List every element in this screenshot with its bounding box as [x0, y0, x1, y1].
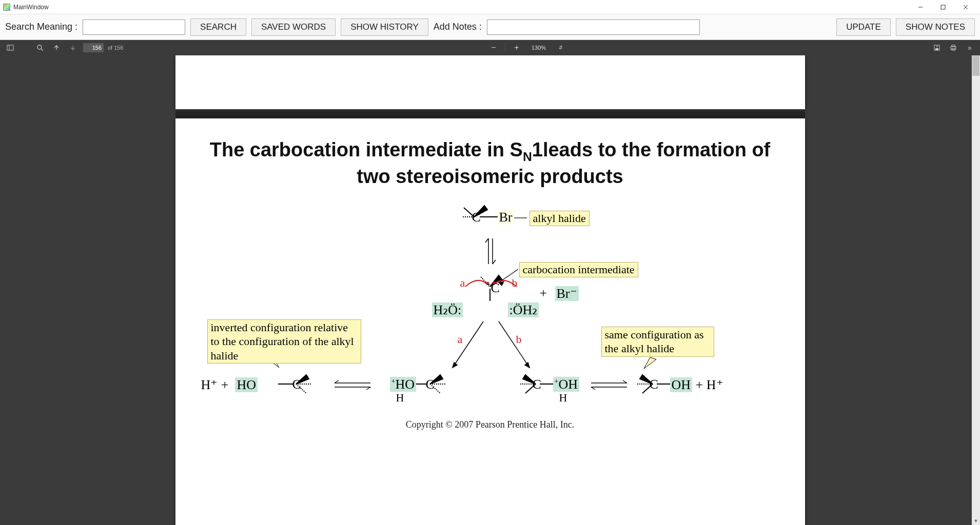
svg-rect-4 — [7, 45, 13, 50]
zoom-in-icon[interactable]: + — [511, 42, 523, 54]
show-notes-button[interactable]: SHOW NOTES — [896, 18, 975, 36]
save-icon[interactable] — [931, 42, 943, 54]
vertical-scrollbar[interactable]: ▲ ▼ — [972, 55, 980, 525]
chem-bromine: Br — [498, 210, 514, 225]
label-carbocation: carbocation intermediate — [519, 262, 638, 277]
slide-title: The carbocation intermediate in SN1leads… — [191, 138, 790, 189]
search-label: Search Meaning : — [5, 22, 77, 32]
previous-page-sliver — [175, 55, 805, 109]
path-b-lower: b — [516, 333, 522, 346]
svg-line-20 — [453, 321, 483, 368]
svg-rect-1 — [941, 5, 945, 9]
chem-h-right1: H — [559, 391, 567, 405]
minimize-button[interactable] — [909, 0, 932, 14]
chem-c-left2: C — [426, 377, 435, 392]
chem-bromide-ion: Br⁻ — [555, 286, 579, 301]
path-b-upper: b — [512, 276, 518, 290]
svg-rect-11 — [952, 45, 955, 47]
chem-product-right1: +OH — [553, 377, 579, 392]
app-toolbar: Search Meaning : SEARCH SAVED WORDS SHOW… — [0, 14, 980, 40]
chem-plus-sign: + — [540, 286, 547, 301]
zoom-dropdown-icon[interactable]: ⇵ — [555, 42, 567, 54]
zoom-controls: − + 130% ⇵ — [487, 42, 567, 54]
sidebar-toggle-icon[interactable] — [4, 42, 16, 54]
scroll-thumb[interactable] — [972, 55, 979, 76]
chem-c-right2: C — [650, 377, 658, 392]
chem-product-left2: +HO — [390, 377, 416, 392]
svg-rect-9 — [935, 48, 938, 50]
update-button[interactable]: UPDATE — [836, 18, 891, 36]
notes-input[interactable] — [487, 19, 700, 35]
chem-product-left1: H⁺ + HO — [201, 377, 258, 393]
saved-words-button[interactable]: SAVED WORDS — [251, 18, 336, 36]
chem-carbon-top: C — [472, 210, 481, 225]
label-inverted-config: inverted configuration relative to the c… — [207, 319, 361, 364]
show-history-button[interactable]: SHOW HISTORY — [341, 18, 428, 36]
chem-h2o-left: H₂Ö: — [432, 302, 463, 318]
reaction-diagram: C Br alkyl halide +C + Br⁻ carbocation i… — [191, 198, 790, 486]
maximize-button[interactable] — [932, 0, 954, 14]
app-icon — [3, 4, 10, 11]
print-icon[interactable] — [947, 42, 959, 54]
zoom-out-icon[interactable]: − — [487, 42, 500, 54]
chem-h2o-right: :ÖH₂ — [508, 302, 539, 318]
window-titlebar: MainWindow — [0, 0, 980, 14]
label-alkyl-halide: alkyl halide — [530, 211, 590, 226]
pdf-viewer: The carbocation intermediate in SN1leads… — [0, 55, 980, 525]
label-same-config: same configuration as the alkyl halide — [601, 327, 714, 357]
search-button[interactable]: SEARCH — [190, 18, 246, 36]
chem-product-right2: OH + H⁺ — [670, 377, 723, 393]
path-a-upper: a — [460, 276, 465, 290]
pdf-page: The carbocation intermediate in SN1leads… — [175, 118, 805, 525]
page-number-input[interactable] — [83, 43, 104, 52]
copyright-text: Copyright © 2007 Pearson Prentice Hall, … — [191, 419, 790, 430]
window-title: MainWindow — [13, 4, 49, 11]
prev-page-icon[interactable] — [50, 42, 63, 54]
svg-line-7 — [41, 49, 43, 51]
chem-c-left1: C — [292, 377, 301, 392]
chem-carbocation: +C — [486, 280, 500, 296]
search-input[interactable] — [83, 19, 185, 35]
page-total-label: of 156 — [108, 45, 124, 51]
close-button[interactable] — [954, 0, 977, 14]
next-page-icon[interactable] — [67, 42, 79, 54]
scroll-down-icon[interactable]: ▼ — [972, 517, 980, 525]
add-notes-label: Add Notes : — [434, 22, 482, 32]
pdf-toolbar: of 156 − + 130% ⇵ » — [0, 40, 980, 55]
svg-line-21 — [499, 321, 530, 368]
find-icon[interactable] — [34, 42, 46, 54]
chem-c-right1: C — [533, 377, 541, 392]
more-tools-icon[interactable]: » — [964, 42, 976, 54]
path-a-lower: a — [458, 333, 463, 346]
zoom-value: 130% — [526, 45, 552, 51]
svg-point-6 — [37, 45, 42, 49]
chem-h-left2: H — [396, 391, 404, 405]
